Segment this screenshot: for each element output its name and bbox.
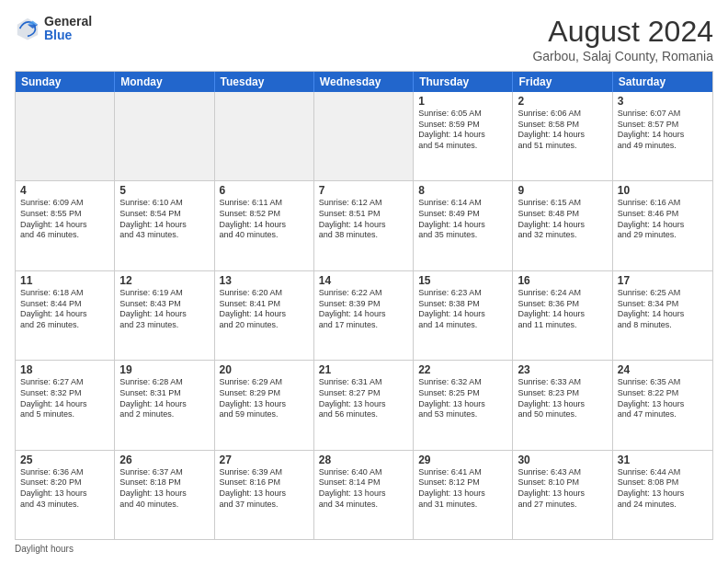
cal-cell-2-4: 7Sunrise: 6:12 AM Sunset: 8:51 PM Daylig… [314,181,414,270]
title-block: August 2024 Garbou, Salaj County, Romani… [532,15,713,63]
day-number: 25 [20,454,109,466]
cal-cell-3-1: 11Sunrise: 6:18 AM Sunset: 8:44 PM Dayli… [16,271,115,360]
calendar-row-1: 1Sunrise: 6:05 AM Sunset: 8:59 PM Daylig… [16,92,712,181]
cal-cell-4-2: 19Sunrise: 6:28 AM Sunset: 8:31 PM Dayli… [115,361,214,449]
day-info: Sunrise: 6:20 AM Sunset: 8:41 PM Dayligh… [220,288,309,331]
cal-cell-5-3: 27Sunrise: 6:39 AM Sunset: 8:16 PM Dayli… [215,451,314,539]
logo-general-text: General [44,15,92,29]
day-number: 12 [119,274,209,287]
day-info: Sunrise: 6:16 AM Sunset: 8:46 PM Dayligh… [618,198,708,241]
day-info: Sunrise: 6:09 AM Sunset: 8:55 PM Dayligh… [20,198,109,241]
cal-cell-3-4: 14Sunrise: 6:22 AM Sunset: 8:39 PM Dayli… [314,271,414,360]
day-number: 6 [220,184,309,197]
day-number: 4 [20,184,109,197]
day-info: Sunrise: 6:43 AM Sunset: 8:10 PM Dayligh… [518,467,607,511]
day-info: Sunrise: 6:05 AM Sunset: 8:59 PM Dayligh… [418,109,507,152]
day-info: Sunrise: 6:44 AM Sunset: 8:08 PM Dayligh… [618,467,708,511]
cal-cell-4-1: 18Sunrise: 6:27 AM Sunset: 8:32 PM Dayli… [16,361,115,449]
day-info: Sunrise: 6:37 AM Sunset: 8:18 PM Dayligh… [119,467,209,511]
day-number: 2 [518,95,607,108]
calendar-row-3: 11Sunrise: 6:18 AM Sunset: 8:44 PM Dayli… [16,271,712,361]
cal-cell-1-6: 2Sunrise: 6:06 AM Sunset: 8:58 PM Daylig… [513,92,612,180]
day-number: 7 [319,184,408,197]
page: General Blue August 2024 Garbou, Salaj C… [0,0,728,563]
day-info: Sunrise: 6:07 AM Sunset: 8:57 PM Dayligh… [618,109,708,152]
logo-text: General Blue [44,15,92,43]
day-info: Sunrise: 6:41 AM Sunset: 8:12 PM Dayligh… [418,467,507,511]
cal-cell-3-2: 12Sunrise: 6:19 AM Sunset: 8:43 PM Dayli… [115,271,214,360]
day-number: 8 [418,184,507,197]
cal-cell-1-1 [16,92,115,180]
cal-cell-1-3 [215,92,314,180]
day-info: Sunrise: 6:40 AM Sunset: 8:14 PM Dayligh… [319,467,408,511]
header-day-saturday: Saturday [613,72,712,92]
cal-cell-2-1: 4Sunrise: 6:09 AM Sunset: 8:55 PM Daylig… [16,181,115,270]
cal-cell-4-3: 20Sunrise: 6:29 AM Sunset: 8:29 PM Dayli… [215,361,314,449]
footer-note: Daylight hours [15,544,713,554]
day-number: 14 [319,274,408,287]
day-number: 31 [618,454,708,466]
day-number: 29 [418,454,507,466]
header-day-tuesday: Tuesday [215,72,314,92]
day-info: Sunrise: 6:33 AM Sunset: 8:23 PM Dayligh… [518,377,607,420]
day-number: 10 [618,184,708,197]
header-day-wednesday: Wednesday [314,72,414,92]
day-info: Sunrise: 6:15 AM Sunset: 8:48 PM Dayligh… [518,198,607,241]
cal-cell-1-4 [314,92,414,180]
cal-cell-4-5: 22Sunrise: 6:32 AM Sunset: 8:25 PM Dayli… [414,361,513,449]
header-day-friday: Friday [513,72,612,92]
cal-cell-5-5: 29Sunrise: 6:41 AM Sunset: 8:12 PM Dayli… [414,451,513,539]
header: General Blue August 2024 Garbou, Salaj C… [15,15,713,63]
day-info: Sunrise: 6:22 AM Sunset: 8:39 PM Dayligh… [319,288,408,331]
calendar-row-4: 18Sunrise: 6:27 AM Sunset: 8:32 PM Dayli… [16,361,712,450]
cal-cell-5-4: 28Sunrise: 6:40 AM Sunset: 8:14 PM Dayli… [314,451,414,539]
location: Garbou, Salaj County, Romania [532,49,713,63]
cal-cell-2-6: 9Sunrise: 6:15 AM Sunset: 8:48 PM Daylig… [513,181,612,270]
cal-cell-4-6: 23Sunrise: 6:33 AM Sunset: 8:23 PM Dayli… [513,361,612,449]
day-number: 1 [418,95,507,108]
day-info: Sunrise: 6:35 AM Sunset: 8:22 PM Dayligh… [618,377,708,420]
logo-blue-text: Blue [44,29,92,42]
day-info: Sunrise: 6:39 AM Sunset: 8:16 PM Dayligh… [220,467,309,511]
day-info: Sunrise: 6:24 AM Sunset: 8:36 PM Dayligh… [518,288,607,331]
cal-cell-5-2: 26Sunrise: 6:37 AM Sunset: 8:18 PM Dayli… [115,451,214,539]
calendar-header: SundayMondayTuesdayWednesdayThursdayFrid… [16,72,712,92]
calendar-body: 1Sunrise: 6:05 AM Sunset: 8:59 PM Daylig… [16,92,712,539]
day-info: Sunrise: 6:27 AM Sunset: 8:32 PM Dayligh… [20,377,109,420]
day-info: Sunrise: 6:10 AM Sunset: 8:54 PM Dayligh… [119,198,209,241]
day-number: 24 [618,363,708,376]
day-info: Sunrise: 6:36 AM Sunset: 8:20 PM Dayligh… [20,467,109,511]
day-info: Sunrise: 6:31 AM Sunset: 8:27 PM Dayligh… [319,377,408,420]
day-number: 18 [20,363,109,376]
day-number: 9 [518,184,607,197]
header-day-sunday: Sunday [16,72,115,92]
day-info: Sunrise: 6:19 AM Sunset: 8:43 PM Dayligh… [119,288,209,331]
day-number: 26 [119,454,209,466]
cal-cell-2-5: 8Sunrise: 6:14 AM Sunset: 8:49 PM Daylig… [414,181,513,270]
cal-cell-1-7: 3Sunrise: 6:07 AM Sunset: 8:57 PM Daylig… [613,92,712,180]
day-info: Sunrise: 6:12 AM Sunset: 8:51 PM Dayligh… [319,198,408,241]
day-info: Sunrise: 6:32 AM Sunset: 8:25 PM Dayligh… [418,377,507,420]
day-number: 20 [220,363,309,376]
cal-cell-5-7: 31Sunrise: 6:44 AM Sunset: 8:08 PM Dayli… [613,451,712,539]
day-info: Sunrise: 6:11 AM Sunset: 8:52 PM Dayligh… [220,198,309,241]
day-number: 22 [418,363,507,376]
calendar-row-5: 25Sunrise: 6:36 AM Sunset: 8:20 PM Dayli… [16,451,712,539]
day-info: Sunrise: 6:28 AM Sunset: 8:31 PM Dayligh… [119,377,209,420]
day-number: 13 [220,274,309,287]
day-info: Sunrise: 6:25 AM Sunset: 8:34 PM Dayligh… [618,288,708,331]
calendar-row-2: 4Sunrise: 6:09 AM Sunset: 8:55 PM Daylig… [16,181,712,270]
day-number: 17 [618,274,708,287]
day-number: 3 [618,95,708,108]
cal-cell-2-7: 10Sunrise: 6:16 AM Sunset: 8:46 PM Dayli… [613,181,712,270]
day-number: 19 [119,363,209,376]
day-info: Sunrise: 6:23 AM Sunset: 8:38 PM Dayligh… [418,288,507,331]
month-title: August 2024 [532,15,713,49]
cal-cell-5-1: 25Sunrise: 6:36 AM Sunset: 8:20 PM Dayli… [16,451,115,539]
day-number: 5 [119,184,209,197]
cal-cell-2-2: 5Sunrise: 6:10 AM Sunset: 8:54 PM Daylig… [115,181,214,270]
cal-cell-2-3: 6Sunrise: 6:11 AM Sunset: 8:52 PM Daylig… [215,181,314,270]
cal-cell-4-7: 24Sunrise: 6:35 AM Sunset: 8:22 PM Dayli… [613,361,712,449]
cal-cell-1-2 [115,92,214,180]
header-day-monday: Monday [115,72,214,92]
